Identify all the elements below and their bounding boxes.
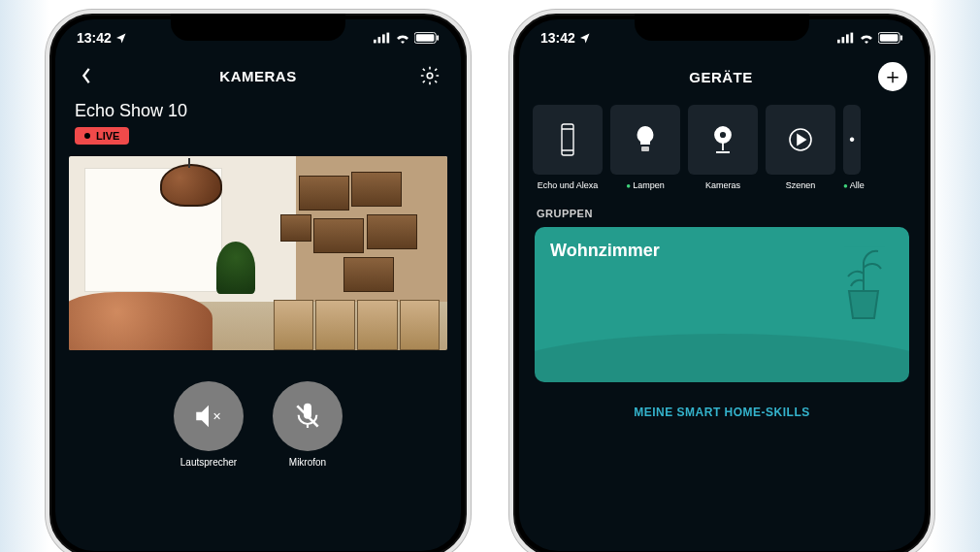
gear-icon bbox=[419, 65, 441, 86]
status-time: 13:42 bbox=[540, 30, 575, 46]
more-icon: • bbox=[849, 131, 855, 148]
svg-rect-15 bbox=[880, 34, 898, 41]
plus-icon: ＋ bbox=[882, 66, 903, 87]
camera-icon bbox=[710, 125, 735, 154]
tile-scenes[interactable] bbox=[766, 105, 835, 175]
group-name: Wohnzimmer bbox=[550, 241, 660, 261]
status-time: 13:42 bbox=[77, 30, 112, 46]
category-tiles: Echo und Alexa Lampen Kameras bbox=[519, 99, 925, 190]
tile-cameras[interactable] bbox=[688, 105, 758, 175]
svg-rect-12 bbox=[846, 34, 849, 43]
battery-icon bbox=[878, 32, 903, 44]
speaker-button[interactable]: ✕ bbox=[174, 381, 244, 451]
svg-rect-5 bbox=[416, 34, 435, 41]
device-name: Echo Show 10 bbox=[55, 101, 461, 121]
add-button[interactable]: ＋ bbox=[878, 62, 907, 91]
play-icon bbox=[787, 126, 814, 153]
svg-point-22 bbox=[719, 131, 727, 139]
wifi-icon bbox=[395, 32, 410, 44]
mic-button[interactable] bbox=[273, 381, 343, 451]
groups-section-label: GRUPPEN bbox=[519, 190, 925, 227]
bulb-icon bbox=[634, 125, 657, 154]
smart-home-skills-link[interactable]: MEINE SMART HOME-SKILLS bbox=[519, 406, 925, 419]
phone-left: 13:42 KAMERAS Echo Show 10 bbox=[46, 10, 471, 552]
phone-notch bbox=[171, 14, 345, 41]
mic-label: Mikrofon bbox=[273, 457, 343, 468]
speaker-label: Lautsprecher bbox=[174, 457, 244, 468]
phone-notch bbox=[635, 14, 809, 41]
svg-rect-1 bbox=[378, 37, 381, 43]
camera-feed[interactable] bbox=[69, 156, 447, 350]
header-title: KAMERAS bbox=[219, 68, 296, 84]
tile-label: Szenen bbox=[766, 180, 835, 190]
back-button[interactable] bbox=[73, 62, 100, 89]
tile-lamps[interactable] bbox=[610, 105, 680, 175]
svg-rect-0 bbox=[374, 40, 376, 44]
chevron-left-icon bbox=[80, 67, 93, 84]
live-badge: LIVE bbox=[75, 127, 129, 145]
group-card-wohnzimmer[interactable]: Wohnzimmer bbox=[535, 227, 909, 382]
speaker-mute-icon: ✕ bbox=[192, 400, 225, 433]
echo-icon bbox=[559, 123, 576, 156]
location-icon bbox=[579, 32, 591, 44]
svg-point-7 bbox=[427, 73, 433, 79]
settings-button[interactable] bbox=[416, 62, 443, 89]
signal-icon bbox=[837, 32, 855, 44]
location-icon bbox=[115, 32, 127, 44]
svg-rect-2 bbox=[382, 34, 385, 43]
tile-label: Alle bbox=[843, 180, 861, 190]
tile-echo[interactable] bbox=[533, 105, 603, 175]
svg-rect-13 bbox=[851, 33, 854, 44]
plant-icon bbox=[830, 233, 898, 320]
svg-rect-3 bbox=[387, 33, 390, 44]
live-dot-icon bbox=[84, 133, 90, 139]
svg-rect-16 bbox=[900, 35, 902, 41]
wifi-icon bbox=[859, 32, 874, 44]
svg-rect-10 bbox=[837, 40, 840, 44]
phone-right: 13:42 GERÄTE ＋ bbox=[509, 10, 934, 552]
svg-rect-11 bbox=[842, 37, 845, 43]
tile-label: Echo und Alexa bbox=[533, 180, 603, 190]
svg-text:✕: ✕ bbox=[212, 410, 221, 422]
svg-rect-20 bbox=[641, 146, 649, 151]
tile-all[interactable]: • bbox=[843, 105, 861, 175]
tile-label: Lampen bbox=[610, 180, 680, 190]
live-label: LIVE bbox=[96, 130, 119, 142]
signal-icon bbox=[374, 32, 391, 44]
header-title: GERÄTE bbox=[689, 69, 753, 85]
tile-label: Kameras bbox=[688, 180, 758, 190]
battery-icon bbox=[414, 32, 440, 44]
mic-mute-icon bbox=[292, 401, 323, 432]
svg-rect-6 bbox=[437, 35, 439, 41]
